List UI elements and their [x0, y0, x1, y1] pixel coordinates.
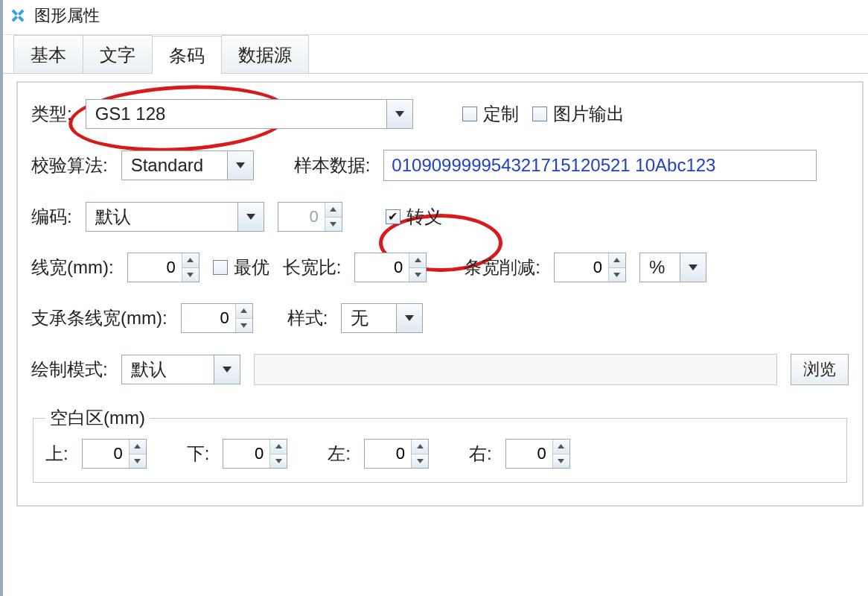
margin-bottom-label: 下:	[187, 442, 210, 466]
margin-bottom-spin[interactable]: 0	[223, 439, 287, 469]
spin-down[interactable]	[409, 267, 426, 282]
barreduce-label: 条宽削减:	[464, 256, 540, 279]
custom-checkbox-label: 定制	[483, 102, 519, 126]
optimal-checkbox[interactable]: 最优	[213, 256, 269, 279]
spin-down[interactable]	[412, 454, 428, 469]
spin-up[interactable]	[325, 203, 342, 217]
aspect-label: 长宽比:	[283, 256, 342, 279]
svg-marker-21	[134, 459, 141, 463]
barreduce-unit-value: %	[640, 257, 680, 278]
spin-down[interactable]	[270, 454, 287, 469]
svg-marker-17	[240, 323, 247, 328]
drawmode-path-field[interactable]	[254, 354, 777, 385]
margins-fieldset: 空白区(mm) 上: 0 下: 0 左: 0	[33, 406, 847, 483]
browse-button[interactable]: 浏览	[791, 354, 849, 385]
barreduce-unit-select[interactable]: %	[639, 253, 706, 282]
style-label: 样式:	[287, 306, 328, 330]
type-label: 类型:	[31, 102, 72, 126]
svg-marker-16	[240, 308, 247, 313]
optimal-checkbox-box	[213, 260, 228, 275]
spin-down[interactable]	[182, 267, 199, 282]
barreduce-spin[interactable]: 0	[554, 253, 626, 282]
style-select[interactable]: 无	[341, 303, 423, 333]
margin-top-value: 0	[83, 440, 129, 468]
custom-checkbox[interactable]: 定制	[462, 102, 519, 126]
svg-marker-23	[275, 459, 282, 463]
image-output-checkbox-label: 图片输出	[553, 102, 625, 126]
margin-top-spin[interactable]: 0	[82, 439, 147, 469]
svg-marker-10	[187, 273, 194, 277]
svg-marker-19	[223, 367, 232, 372]
svg-marker-13	[613, 258, 620, 262]
spin-down[interactable]	[236, 318, 252, 333]
svg-marker-5	[236, 162, 245, 168]
escape-checkbox-box	[386, 209, 401, 224]
svg-marker-25	[417, 459, 424, 463]
row-checkalg: 校验算法: Standard 样本数据: 0109099999543217151…	[31, 150, 849, 181]
style-select-value: 无	[342, 306, 396, 330]
svg-marker-11	[415, 258, 421, 262]
tab-barcode[interactable]: 条码	[152, 36, 222, 74]
barcode-panel: 类型: GS1 128 定制 图片输出	[3, 74, 868, 514]
encoding-select[interactable]: 默认	[86, 202, 264, 232]
type-select-button[interactable]	[386, 100, 412, 128]
tab-text[interactable]: 文字	[83, 35, 153, 73]
row-drawmode: 绘制模式: 默认 浏览	[31, 354, 849, 385]
barreduce-unit-button[interactable]	[680, 253, 706, 282]
encoding-label: 编码:	[31, 205, 72, 229]
drawmode-select[interactable]: 默认	[121, 355, 240, 384]
margin-left-spin[interactable]: 0	[364, 439, 429, 469]
encoding-extra-value: 0	[278, 203, 325, 231]
window-title: 图形属性	[34, 4, 100, 27]
chevron-down-icon	[235, 162, 246, 169]
svg-marker-22	[275, 444, 282, 448]
app-icon	[9, 7, 27, 25]
spin-up[interactable]	[236, 304, 252, 318]
spin-up[interactable]	[609, 253, 625, 267]
type-select[interactable]: GS1 128	[86, 99, 413, 129]
barcode-properties-window: 图形属性 基本 文字 条码 数据源 类型: GS1 128 定制	[0, 0, 868, 596]
spin-down[interactable]	[553, 454, 569, 469]
spin-down[interactable]	[609, 267, 625, 282]
encoding-select-button[interactable]	[237, 203, 264, 231]
checkalg-select-button[interactable]	[227, 151, 253, 180]
tab-datasource[interactable]: 数据源	[221, 35, 309, 73]
margins-title: 空白区(mm)	[45, 406, 150, 430]
escape-checkbox[interactable]: 转义	[386, 205, 442, 229]
encoding-extra-spin[interactable]: 0	[278, 202, 342, 232]
linewidth-spin[interactable]: 0	[127, 253, 200, 282]
tab-basic[interactable]: 基本	[13, 35, 83, 73]
spin-down[interactable]	[325, 217, 342, 232]
svg-marker-27	[558, 459, 564, 463]
spin-up[interactable]	[270, 440, 287, 454]
margin-right-label: 右:	[469, 442, 492, 466]
margin-right-spin[interactable]: 0	[505, 439, 570, 469]
title-bar: 图形属性	[3, 0, 868, 35]
svg-marker-26	[558, 444, 564, 448]
spin-up[interactable]	[182, 253, 199, 267]
margin-right-value: 0	[506, 440, 552, 468]
aspect-spin[interactable]: 0	[354, 253, 427, 282]
svg-rect-1	[12, 16, 18, 22]
image-output-checkbox[interactable]: 图片输出	[532, 102, 625, 126]
style-select-button[interactable]	[396, 304, 422, 332]
spin-up[interactable]	[412, 440, 428, 454]
drawmode-select-button[interactable]	[214, 355, 240, 384]
spin-down[interactable]	[130, 454, 146, 469]
aspect-value: 0	[355, 253, 409, 282]
row-type: 类型: GS1 128 定制 图片输出	[31, 99, 849, 129]
sampledata-value: 010909999954321715120521 10Abc123	[392, 155, 715, 176]
svg-marker-9	[187, 258, 194, 262]
supportwidth-spin[interactable]: 0	[181, 303, 253, 333]
spin-up[interactable]	[130, 440, 146, 454]
linewidth-value: 0	[128, 253, 182, 282]
svg-marker-14	[613, 273, 620, 277]
spin-up[interactable]	[553, 440, 569, 454]
svg-marker-8	[330, 222, 336, 226]
sampledata-field[interactable]: 010909999954321715120521 10Abc123	[383, 150, 817, 181]
chevron-down-icon	[688, 264, 698, 271]
svg-marker-6	[246, 214, 255, 220]
row-support: 支承条线宽(mm): 0 样式: 无	[31, 303, 849, 333]
checkalg-select[interactable]: Standard	[121, 150, 254, 180]
spin-up[interactable]	[409, 253, 426, 267]
